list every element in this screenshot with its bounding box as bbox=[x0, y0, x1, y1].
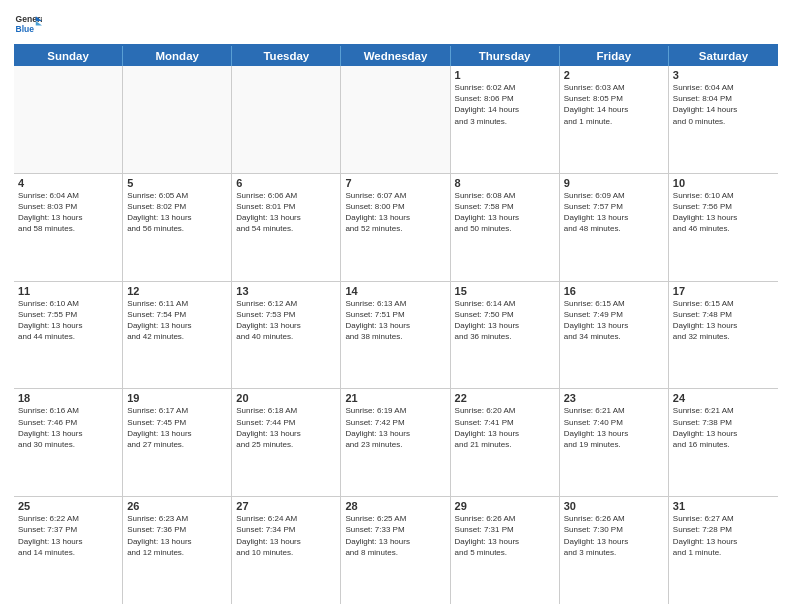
day-number: 4 bbox=[18, 177, 118, 189]
day-number: 10 bbox=[673, 177, 774, 189]
day-cell-29: 29Sunrise: 6:26 AM Sunset: 7:31 PM Dayli… bbox=[451, 497, 560, 604]
day-info: Sunrise: 6:21 AM Sunset: 7:38 PM Dayligh… bbox=[673, 405, 774, 450]
day-number: 31 bbox=[673, 500, 774, 512]
day-info: Sunrise: 6:04 AM Sunset: 8:04 PM Dayligh… bbox=[673, 82, 774, 127]
day-cell-10: 10Sunrise: 6:10 AM Sunset: 7:56 PM Dayli… bbox=[669, 174, 778, 281]
day-cell-5: 5Sunrise: 6:05 AM Sunset: 8:02 PM Daylig… bbox=[123, 174, 232, 281]
day-cell-18: 18Sunrise: 6:16 AM Sunset: 7:46 PM Dayli… bbox=[14, 389, 123, 496]
day-info: Sunrise: 6:14 AM Sunset: 7:50 PM Dayligh… bbox=[455, 298, 555, 343]
day-cell-3: 3Sunrise: 6:04 AM Sunset: 8:04 PM Daylig… bbox=[669, 66, 778, 173]
day-info: Sunrise: 6:12 AM Sunset: 7:53 PM Dayligh… bbox=[236, 298, 336, 343]
calendar-row-2: 11Sunrise: 6:10 AM Sunset: 7:55 PM Dayli… bbox=[14, 282, 778, 390]
day-number: 18 bbox=[18, 392, 118, 404]
day-info: Sunrise: 6:17 AM Sunset: 7:45 PM Dayligh… bbox=[127, 405, 227, 450]
day-info: Sunrise: 6:09 AM Sunset: 7:57 PM Dayligh… bbox=[564, 190, 664, 235]
day-number: 20 bbox=[236, 392, 336, 404]
day-info: Sunrise: 6:26 AM Sunset: 7:31 PM Dayligh… bbox=[455, 513, 555, 558]
day-info: Sunrise: 6:22 AM Sunset: 7:37 PM Dayligh… bbox=[18, 513, 118, 558]
day-info: Sunrise: 6:08 AM Sunset: 7:58 PM Dayligh… bbox=[455, 190, 555, 235]
day-info: Sunrise: 6:03 AM Sunset: 8:05 PM Dayligh… bbox=[564, 82, 664, 127]
day-cell-21: 21Sunrise: 6:19 AM Sunset: 7:42 PM Dayli… bbox=[341, 389, 450, 496]
day-cell-31: 31Sunrise: 6:27 AM Sunset: 7:28 PM Dayli… bbox=[669, 497, 778, 604]
day-info: Sunrise: 6:21 AM Sunset: 7:40 PM Dayligh… bbox=[564, 405, 664, 450]
day-cell-19: 19Sunrise: 6:17 AM Sunset: 7:45 PM Dayli… bbox=[123, 389, 232, 496]
day-cell-2: 2Sunrise: 6:03 AM Sunset: 8:05 PM Daylig… bbox=[560, 66, 669, 173]
day-cell-30: 30Sunrise: 6:26 AM Sunset: 7:30 PM Dayli… bbox=[560, 497, 669, 604]
day-cell-7: 7Sunrise: 6:07 AM Sunset: 8:00 PM Daylig… bbox=[341, 174, 450, 281]
weekday-header-saturday: Saturday bbox=[669, 46, 778, 66]
day-number: 19 bbox=[127, 392, 227, 404]
day-cell-24: 24Sunrise: 6:21 AM Sunset: 7:38 PM Dayli… bbox=[669, 389, 778, 496]
day-info: Sunrise: 6:27 AM Sunset: 7:28 PM Dayligh… bbox=[673, 513, 774, 558]
day-info: Sunrise: 6:20 AM Sunset: 7:41 PM Dayligh… bbox=[455, 405, 555, 450]
empty-cell bbox=[14, 66, 123, 173]
day-info: Sunrise: 6:07 AM Sunset: 8:00 PM Dayligh… bbox=[345, 190, 445, 235]
day-cell-23: 23Sunrise: 6:21 AM Sunset: 7:40 PM Dayli… bbox=[560, 389, 669, 496]
day-cell-4: 4Sunrise: 6:04 AM Sunset: 8:03 PM Daylig… bbox=[14, 174, 123, 281]
day-number: 5 bbox=[127, 177, 227, 189]
day-number: 26 bbox=[127, 500, 227, 512]
day-cell-27: 27Sunrise: 6:24 AM Sunset: 7:34 PM Dayli… bbox=[232, 497, 341, 604]
day-info: Sunrise: 6:25 AM Sunset: 7:33 PM Dayligh… bbox=[345, 513, 445, 558]
day-cell-12: 12Sunrise: 6:11 AM Sunset: 7:54 PM Dayli… bbox=[123, 282, 232, 389]
svg-text:Blue: Blue bbox=[16, 24, 35, 34]
day-cell-22: 22Sunrise: 6:20 AM Sunset: 7:41 PM Dayli… bbox=[451, 389, 560, 496]
day-info: Sunrise: 6:19 AM Sunset: 7:42 PM Dayligh… bbox=[345, 405, 445, 450]
calendar-header: SundayMondayTuesdayWednesdayThursdayFrid… bbox=[14, 44, 778, 66]
day-cell-20: 20Sunrise: 6:18 AM Sunset: 7:44 PM Dayli… bbox=[232, 389, 341, 496]
day-info: Sunrise: 6:02 AM Sunset: 8:06 PM Dayligh… bbox=[455, 82, 555, 127]
day-info: Sunrise: 6:04 AM Sunset: 8:03 PM Dayligh… bbox=[18, 190, 118, 235]
day-number: 24 bbox=[673, 392, 774, 404]
day-number: 28 bbox=[345, 500, 445, 512]
weekday-header-sunday: Sunday bbox=[14, 46, 123, 66]
logo: General Blue bbox=[14, 10, 44, 38]
day-number: 3 bbox=[673, 69, 774, 81]
day-number: 30 bbox=[564, 500, 664, 512]
day-number: 7 bbox=[345, 177, 445, 189]
day-info: Sunrise: 6:10 AM Sunset: 7:55 PM Dayligh… bbox=[18, 298, 118, 343]
empty-cell bbox=[123, 66, 232, 173]
day-cell-6: 6Sunrise: 6:06 AM Sunset: 8:01 PM Daylig… bbox=[232, 174, 341, 281]
day-info: Sunrise: 6:13 AM Sunset: 7:51 PM Dayligh… bbox=[345, 298, 445, 343]
day-number: 14 bbox=[345, 285, 445, 297]
empty-cell bbox=[341, 66, 450, 173]
day-info: Sunrise: 6:10 AM Sunset: 7:56 PM Dayligh… bbox=[673, 190, 774, 235]
day-cell-16: 16Sunrise: 6:15 AM Sunset: 7:49 PM Dayli… bbox=[560, 282, 669, 389]
day-number: 21 bbox=[345, 392, 445, 404]
day-cell-14: 14Sunrise: 6:13 AM Sunset: 7:51 PM Dayli… bbox=[341, 282, 450, 389]
day-number: 12 bbox=[127, 285, 227, 297]
day-cell-17: 17Sunrise: 6:15 AM Sunset: 7:48 PM Dayli… bbox=[669, 282, 778, 389]
calendar-row-1: 4Sunrise: 6:04 AM Sunset: 8:03 PM Daylig… bbox=[14, 174, 778, 282]
day-cell-28: 28Sunrise: 6:25 AM Sunset: 7:33 PM Dayli… bbox=[341, 497, 450, 604]
calendar-row-0: 1Sunrise: 6:02 AM Sunset: 8:06 PM Daylig… bbox=[14, 66, 778, 174]
day-info: Sunrise: 6:15 AM Sunset: 7:48 PM Dayligh… bbox=[673, 298, 774, 343]
day-info: Sunrise: 6:06 AM Sunset: 8:01 PM Dayligh… bbox=[236, 190, 336, 235]
day-number: 22 bbox=[455, 392, 555, 404]
day-number: 2 bbox=[564, 69, 664, 81]
weekday-header-wednesday: Wednesday bbox=[341, 46, 450, 66]
day-cell-1: 1Sunrise: 6:02 AM Sunset: 8:06 PM Daylig… bbox=[451, 66, 560, 173]
day-number: 9 bbox=[564, 177, 664, 189]
day-info: Sunrise: 6:11 AM Sunset: 7:54 PM Dayligh… bbox=[127, 298, 227, 343]
day-info: Sunrise: 6:18 AM Sunset: 7:44 PM Dayligh… bbox=[236, 405, 336, 450]
day-info: Sunrise: 6:23 AM Sunset: 7:36 PM Dayligh… bbox=[127, 513, 227, 558]
day-cell-25: 25Sunrise: 6:22 AM Sunset: 7:37 PM Dayli… bbox=[14, 497, 123, 604]
calendar-row-4: 25Sunrise: 6:22 AM Sunset: 7:37 PM Dayli… bbox=[14, 497, 778, 604]
empty-cell bbox=[232, 66, 341, 173]
day-info: Sunrise: 6:05 AM Sunset: 8:02 PM Dayligh… bbox=[127, 190, 227, 235]
day-number: 1 bbox=[455, 69, 555, 81]
day-number: 23 bbox=[564, 392, 664, 404]
day-number: 8 bbox=[455, 177, 555, 189]
day-number: 15 bbox=[455, 285, 555, 297]
day-cell-8: 8Sunrise: 6:08 AM Sunset: 7:58 PM Daylig… bbox=[451, 174, 560, 281]
day-number: 27 bbox=[236, 500, 336, 512]
day-number: 29 bbox=[455, 500, 555, 512]
day-number: 6 bbox=[236, 177, 336, 189]
day-cell-13: 13Sunrise: 6:12 AM Sunset: 7:53 PM Dayli… bbox=[232, 282, 341, 389]
day-number: 17 bbox=[673, 285, 774, 297]
day-info: Sunrise: 6:26 AM Sunset: 7:30 PM Dayligh… bbox=[564, 513, 664, 558]
day-cell-15: 15Sunrise: 6:14 AM Sunset: 7:50 PM Dayli… bbox=[451, 282, 560, 389]
weekday-header-thursday: Thursday bbox=[451, 46, 560, 66]
day-number: 13 bbox=[236, 285, 336, 297]
day-number: 16 bbox=[564, 285, 664, 297]
